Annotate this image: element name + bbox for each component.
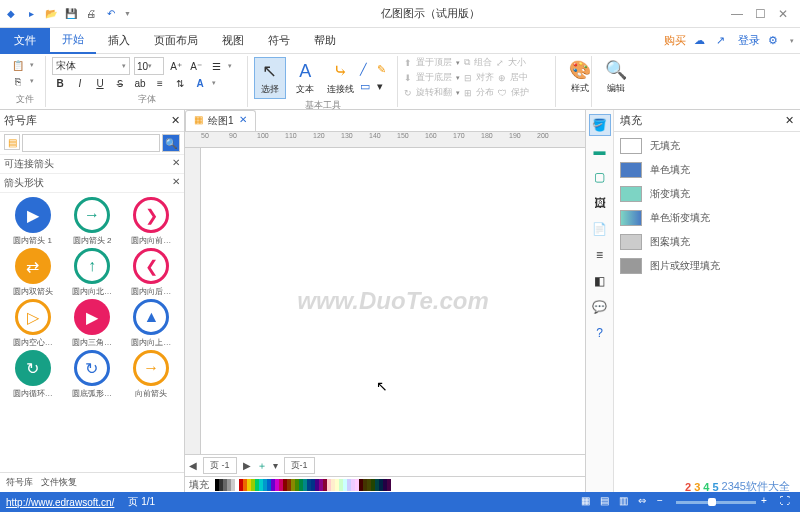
library-icon[interactable]: ▤ xyxy=(4,134,20,150)
view-outline-icon[interactable]: ▤ xyxy=(600,495,614,509)
color-strip[interactable] xyxy=(215,479,391,491)
symbol-item[interactable]: ↻圆底弧形… xyxy=(63,350,120,399)
sidebar-recover-tab[interactable]: 文件恢复 xyxy=(41,476,77,489)
category-connectable[interactable]: 可连接箭头✕ xyxy=(0,155,184,174)
shadow-tab-icon[interactable]: ▢ xyxy=(589,166,611,188)
symbol-item[interactable]: ⇄圆内双箭头 xyxy=(4,248,61,297)
shape-tools[interactable]: ╱ ✎ ▭ ▾ xyxy=(360,63,391,94)
symbol-item[interactable]: ❯圆内向前… xyxy=(123,197,180,246)
tab-help[interactable]: 帮助 xyxy=(302,28,348,54)
right-panel-close-icon[interactable]: ✕ xyxy=(785,114,794,127)
bullets-icon[interactable]: ☰ xyxy=(208,58,224,74)
copy-icon[interactable]: ⎘ xyxy=(10,73,26,89)
underline-button[interactable]: U xyxy=(92,75,108,91)
new-icon[interactable]: ▸ xyxy=(24,7,38,21)
highlight-button[interactable]: ab xyxy=(132,75,148,91)
symbol-item[interactable]: →圆内箭头 2 xyxy=(63,197,120,246)
image-tab-icon[interactable]: 🖼 xyxy=(589,192,611,214)
fill-tab-icon[interactable]: 🪣 xyxy=(589,114,611,136)
zoom-in-icon[interactable]: + xyxy=(761,495,775,509)
fill-option[interactable]: 图片或纹理填充 xyxy=(620,258,794,274)
horizontal-ruler: 5090100110120130140150160170180190200 xyxy=(185,132,585,148)
tab-view[interactable]: 视图 xyxy=(210,28,256,54)
symbol-item[interactable]: →向前箭头 xyxy=(123,350,180,399)
line-spacing-button[interactable]: ⇅ xyxy=(172,75,188,91)
tab-start[interactable]: 开始 xyxy=(50,28,96,54)
gear-icon[interactable]: ⚙ xyxy=(768,34,782,48)
file-tab[interactable]: 文件 xyxy=(0,28,50,54)
theme-tab-icon[interactable]: ◧ xyxy=(589,270,611,292)
canvas[interactable]: www.DuoTe.com ↖ xyxy=(201,148,585,454)
symbol-item[interactable]: ▶圆内三角… xyxy=(63,299,120,348)
increase-font-icon[interactable]: A⁺ xyxy=(168,58,184,74)
search-button[interactable]: 🔍 xyxy=(162,134,180,152)
doc-tab-icon: ▦ xyxy=(194,114,203,128)
fill-option[interactable]: 无填充 xyxy=(620,138,794,154)
sidebar-close-icon[interactable]: ✕ xyxy=(171,114,180,127)
app-icon: ◆ xyxy=(4,7,18,21)
symbol-item[interactable]: ↻圆内循环… xyxy=(4,350,61,399)
close-button[interactable]: ✕ xyxy=(778,7,788,21)
symbol-item[interactable]: ▷圆内空心… xyxy=(4,299,61,348)
zoom-slider[interactable] xyxy=(676,501,756,504)
fill-option[interactable]: 图案填充 xyxy=(620,234,794,250)
category-arrow-shapes[interactable]: 箭头形状✕ xyxy=(0,174,184,193)
tab-symbol[interactable]: 符号 xyxy=(256,28,302,54)
fill-option[interactable]: 渐变填充 xyxy=(620,186,794,202)
fullscreen-icon[interactable]: ⛶ xyxy=(780,495,794,509)
page-tab-2[interactable]: 页-1 xyxy=(284,457,315,474)
symbol-item[interactable]: ▲圆内向上… xyxy=(123,299,180,348)
layer-tab-icon[interactable]: ≡ xyxy=(589,244,611,266)
tab-pagelayout[interactable]: 页面布局 xyxy=(142,28,210,54)
select-tool[interactable]: ↖选择 xyxy=(254,57,286,99)
strike-button[interactable]: S̶ xyxy=(112,75,128,91)
fill-option[interactable]: 单色填充 xyxy=(620,162,794,178)
zoom-out-icon[interactable]: − xyxy=(657,495,671,509)
italic-button[interactable]: I xyxy=(72,75,88,91)
help-tab-icon[interactable]: ? xyxy=(589,322,611,344)
edit-tool[interactable]: 🔍编辑 xyxy=(598,57,634,97)
page-tab[interactable]: 页 -1 xyxy=(203,457,237,474)
next-page-icon[interactable]: ▶ xyxy=(243,460,251,471)
print-icon[interactable]: 🖨 xyxy=(84,7,98,21)
undo-icon[interactable]: ↶ xyxy=(104,7,118,21)
minimize-button[interactable]: — xyxy=(731,7,743,21)
status-url[interactable]: http://www.edrawsoft.cn/ xyxy=(6,497,114,508)
add-page-icon[interactable]: ＋ xyxy=(257,459,267,473)
bold-button[interactable]: B xyxy=(52,75,68,91)
comment-tab-icon[interactable]: 💬 xyxy=(589,296,611,318)
doc-tab-close-icon[interactable]: ✕ xyxy=(239,114,247,128)
text-tool[interactable]: A文本 xyxy=(290,59,321,98)
paste-icon[interactable]: 📋 xyxy=(10,57,26,73)
fill-option[interactable]: 单色渐变填充 xyxy=(620,210,794,226)
search-input[interactable] xyxy=(22,134,160,152)
prev-page-icon[interactable]: ◀ xyxy=(189,460,197,471)
font-size-select[interactable]: 10▾ xyxy=(134,57,164,75)
view-page-icon[interactable]: ▥ xyxy=(619,495,633,509)
login-link[interactable]: 登录 xyxy=(738,33,760,48)
line-tab-icon[interactable]: ▬ xyxy=(589,140,611,162)
ribbon-collapse-icon[interactable]: ▾ xyxy=(790,37,794,45)
font-color-button[interactable]: A xyxy=(192,75,208,91)
connector-tool[interactable]: ⤷连接线 xyxy=(325,58,356,98)
qat-dropdown-icon[interactable]: ▼ xyxy=(124,10,131,17)
document-tab[interactable]: ▦ 绘图1 ✕ xyxy=(185,110,256,131)
fit-width-icon[interactable]: ⇔ xyxy=(638,495,652,509)
page-dropdown-icon[interactable]: ▾ xyxy=(273,460,278,471)
font-name-select[interactable]: 宋体▾ xyxy=(52,57,130,75)
open-icon[interactable]: 📂 xyxy=(44,7,58,21)
share-icon[interactable]: ↗ xyxy=(716,34,730,48)
maximize-button[interactable]: ☐ xyxy=(755,7,766,21)
buy-link[interactable]: 购买 xyxy=(664,33,686,48)
text-tab-icon[interactable]: 📄 xyxy=(589,218,611,240)
align-button[interactable]: ≡ xyxy=(152,75,168,91)
cloud-icon[interactable]: ☁ xyxy=(694,34,708,48)
tab-insert[interactable]: 插入 xyxy=(96,28,142,54)
save-icon[interactable]: 💾 xyxy=(64,7,78,21)
sidebar-lib-tab[interactable]: 符号库 xyxy=(6,476,33,489)
view-normal-icon[interactable]: ▦ xyxy=(581,495,595,509)
symbol-item[interactable]: ❮圆内向后… xyxy=(123,248,180,297)
symbol-item[interactable]: ↑圆内向北… xyxy=(63,248,120,297)
decrease-font-icon[interactable]: A⁻ xyxy=(188,58,204,74)
symbol-item[interactable]: ▶圆内箭头 1 xyxy=(4,197,61,246)
